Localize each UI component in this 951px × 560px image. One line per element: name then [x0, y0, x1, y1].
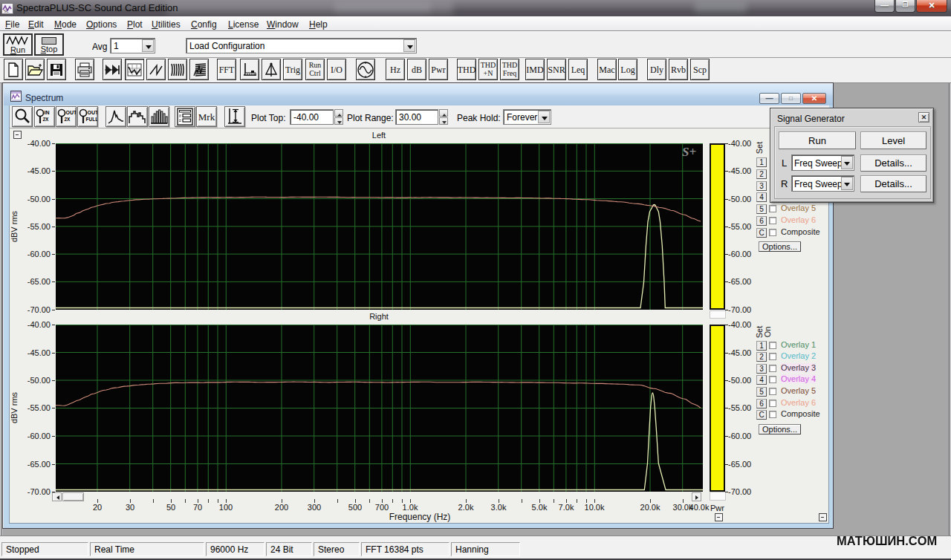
- svg-text:2X: 2X: [43, 117, 50, 122]
- svg-text:S+: S+: [682, 145, 696, 159]
- svg-text:OUT: OUT: [66, 110, 77, 115]
- svg-text:OUT: OUT: [88, 110, 98, 115]
- svg-text:FULL: FULL: [86, 117, 98, 122]
- svg-text:IN: IN: [45, 110, 50, 115]
- svg-text:2X: 2X: [65, 117, 71, 122]
- svg-text:SC: SC: [4, 9, 9, 13]
